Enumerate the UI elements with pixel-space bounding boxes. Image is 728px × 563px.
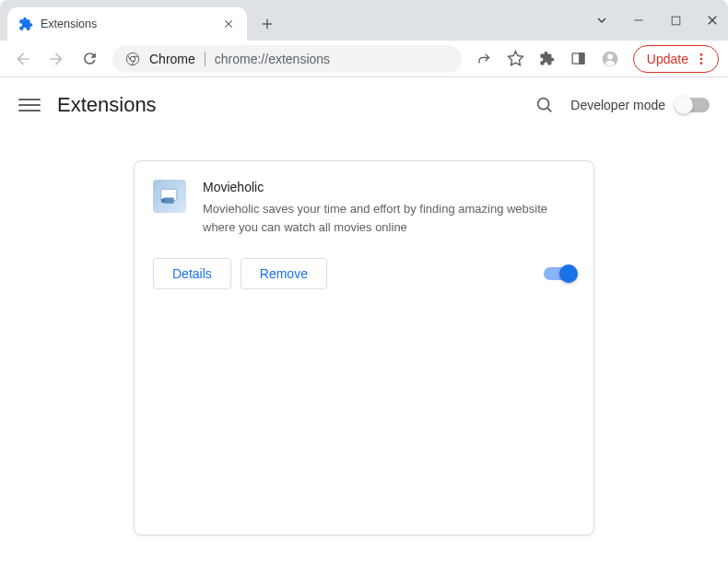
remove-button[interactable]: Remove xyxy=(241,258,327,289)
arrow-forward-icon xyxy=(47,50,65,68)
svg-point-13 xyxy=(700,57,703,60)
extension-description: Movieholic saves your time and effort by… xyxy=(203,200,575,236)
hamburger-icon xyxy=(18,99,41,100)
developer-mode-label: Developer mode xyxy=(570,98,665,112)
toolbar: Chrome chrome://extensions Update xyxy=(0,41,728,77)
extensions-button[interactable] xyxy=(534,45,561,73)
profile-icon xyxy=(601,50,619,68)
bookmark-button[interactable] xyxy=(502,45,530,73)
omnibox-url: chrome://extensions xyxy=(215,52,449,66)
svg-point-19 xyxy=(161,198,166,203)
puzzle-icon xyxy=(539,51,555,66)
extensions-header: Extensions Developer mode xyxy=(0,77,728,133)
svg-rect-18 xyxy=(164,198,174,204)
new-tab-button[interactable] xyxy=(254,11,280,37)
svg-line-5 xyxy=(127,54,130,60)
share-button[interactable] xyxy=(471,45,499,73)
extension-card: Movieholic Movieholic saves your time an… xyxy=(134,160,594,535)
extension-enable-toggle[interactable] xyxy=(544,267,575,280)
close-window-button[interactable] xyxy=(704,12,721,29)
extension-name: Movieholic xyxy=(203,180,575,194)
svg-point-11 xyxy=(607,53,613,59)
maximize-icon xyxy=(670,15,682,27)
reload-icon xyxy=(81,50,99,67)
plus-icon xyxy=(259,16,276,32)
update-label: Update xyxy=(647,52,688,66)
chrome-icon xyxy=(125,52,140,66)
close-icon xyxy=(705,13,720,28)
omnibox-chrome-label: Chrome xyxy=(149,52,195,66)
svg-point-12 xyxy=(700,53,703,56)
browser-tab[interactable]: Extensions xyxy=(7,7,247,41)
maximize-button[interactable] xyxy=(667,12,684,29)
back-button[interactable] xyxy=(9,45,37,73)
svg-rect-1 xyxy=(672,17,680,25)
omnibox-divider xyxy=(205,52,205,66)
svg-rect-9 xyxy=(580,53,584,64)
reload-button[interactable] xyxy=(76,45,103,73)
svg-point-15 xyxy=(538,99,549,110)
minimize-icon xyxy=(632,14,645,27)
tab-strip: Extensions xyxy=(0,0,728,41)
page-title: Extensions xyxy=(57,93,528,117)
developer-mode-toggle[interactable] xyxy=(676,98,710,112)
chevron-down-icon xyxy=(594,13,609,28)
close-icon xyxy=(222,18,235,30)
movieholic-icon xyxy=(157,183,182,209)
forward-button[interactable] xyxy=(42,45,70,73)
share-icon xyxy=(476,51,493,67)
search-button[interactable] xyxy=(528,88,561,122)
dropdown-button[interactable] xyxy=(593,12,610,29)
svg-line-16 xyxy=(547,108,551,111)
update-button[interactable]: Update xyxy=(633,45,719,73)
menu-button[interactable] xyxy=(18,94,41,116)
omnibox[interactable]: Chrome chrome://extensions xyxy=(112,45,462,73)
side-panel-button[interactable] xyxy=(565,45,593,73)
star-icon xyxy=(507,50,524,67)
details-button[interactable]: Details xyxy=(153,258,231,289)
search-icon xyxy=(534,95,555,115)
extension-puzzle-icon xyxy=(18,17,33,31)
tab-close-button[interactable] xyxy=(221,17,236,31)
tab-title: Extensions xyxy=(41,18,221,30)
extensions-content: Movieholic Movieholic saves your time an… xyxy=(0,133,728,563)
extension-icon xyxy=(153,180,186,213)
profile-button[interactable] xyxy=(596,45,624,73)
svg-point-14 xyxy=(700,62,703,65)
more-vert-icon xyxy=(694,52,709,66)
side-panel-icon xyxy=(570,51,586,66)
arrow-back-icon xyxy=(14,50,32,68)
minimize-button[interactable] xyxy=(630,12,647,29)
